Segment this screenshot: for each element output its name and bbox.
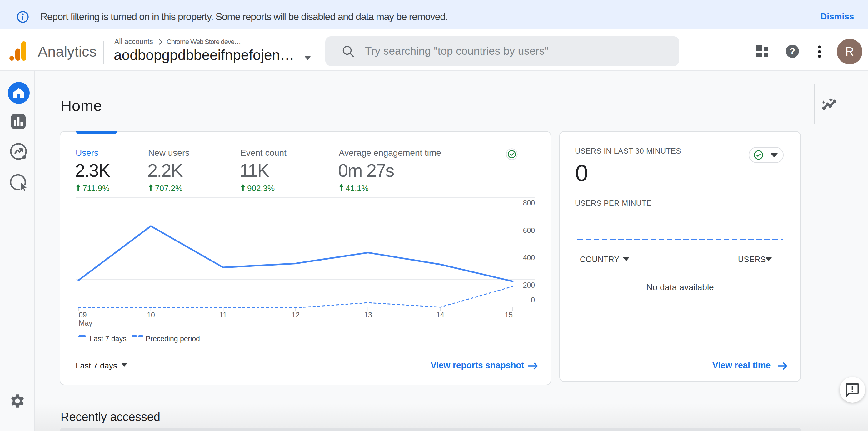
svg-text:?: ? <box>789 46 795 56</box>
